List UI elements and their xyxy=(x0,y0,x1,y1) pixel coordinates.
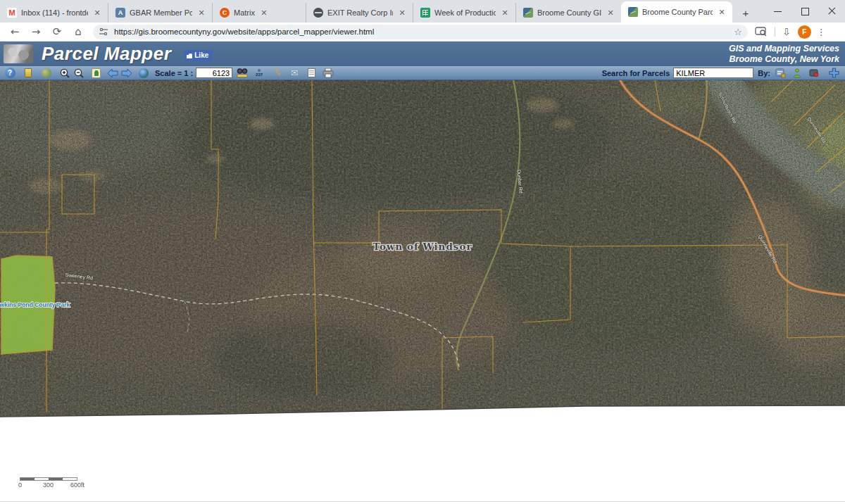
url-text[interactable]: https://gis.broomecountyny.gov/website/a… xyxy=(114,27,730,36)
close-tab-icon[interactable]: ✕ xyxy=(717,7,727,17)
like-label: Like xyxy=(194,51,208,59)
close-tab-icon[interactable]: ✕ xyxy=(259,8,269,18)
address-number-glyph: 237 xyxy=(256,73,263,77)
tab-gbar-portal[interactable]: A GBAR Member Portal ✕ xyxy=(108,3,212,23)
map-nodata-area xyxy=(0,418,845,504)
parcel-search-input[interactable] xyxy=(673,68,753,78)
search-label: Search for Parcels xyxy=(602,69,670,77)
divider xyxy=(775,27,775,37)
binoculars-icon xyxy=(237,68,248,78)
gbar-icon: A xyxy=(115,8,125,18)
help-icon: ? xyxy=(5,68,15,78)
full-extent-button[interactable] xyxy=(39,67,54,80)
scale-label: Scale = 1 : xyxy=(155,69,193,77)
zoom-out-icon xyxy=(73,68,84,79)
tab-broome-parcel-mapper[interactable]: Broome County Parcel Ma ✕ xyxy=(621,1,732,23)
close-tab-icon[interactable]: ✕ xyxy=(397,8,407,18)
aerial-map[interactable]: Town of Windsor Hawkins Pond County Park… xyxy=(0,80,845,418)
print-button[interactable] xyxy=(321,67,335,80)
tab-broome-gis-portal[interactable]: Broome County GIS Portal ✕ xyxy=(515,3,621,23)
envelope-icon: ✉ xyxy=(291,68,299,77)
tab-exit-realty[interactable]: EXIT Realty Corp Internati ✕ xyxy=(306,3,413,23)
draw-button[interactable]: ✎ xyxy=(270,67,284,80)
search-by-address-button[interactable] xyxy=(807,67,821,80)
window-bottom-edge xyxy=(0,501,845,502)
tab-title: Broome County GIS Portal xyxy=(537,8,601,17)
mail-map-button[interactable]: ✉ xyxy=(287,67,301,80)
download-icon[interactable]: ⇩ xyxy=(782,26,791,37)
scale-bar-labels: 0 300 600ft xyxy=(20,481,111,489)
bookmark-star-icon[interactable]: ☆ xyxy=(734,27,742,37)
identify-icon xyxy=(25,68,32,77)
pencil-icon: ✎ xyxy=(273,68,282,78)
zoom-in-icon xyxy=(59,68,70,79)
tab-title: Broome County Parcel Ma xyxy=(642,8,713,16)
previous-extent-button[interactable] xyxy=(106,67,120,80)
arrow-right-icon xyxy=(121,68,132,78)
help-button[interactable]: ? xyxy=(3,67,17,80)
search-by-label: By: xyxy=(758,69,770,77)
broome-county-logo xyxy=(4,44,33,63)
tab-week-of-production[interactable]: Week of Production -7/28 ✕ xyxy=(413,3,515,23)
reload-icon[interactable]: ⟳ xyxy=(51,25,63,38)
tab-title: GBAR Member Portal xyxy=(130,8,192,17)
search-tabs-icon[interactable] xyxy=(755,27,768,37)
tab-matrix[interactable]: C Matrix ✕ xyxy=(212,3,306,23)
search-by-name-button[interactable] xyxy=(773,67,787,80)
page-title: Parcel Mapper xyxy=(42,43,171,65)
org-title: GIS and Mapping Services Broome County, … xyxy=(729,44,839,65)
person-icon xyxy=(793,68,801,78)
pan-button[interactable] xyxy=(89,67,103,80)
tab-title: EXIT Realty Corp Internati xyxy=(327,8,393,17)
address-locator-icon xyxy=(258,69,261,72)
browser-window: M Inbox (114) - frontdesk1@ ✕ A GBAR Mem… xyxy=(0,0,845,504)
identify-button[interactable] xyxy=(21,67,35,80)
close-window-button[interactable] xyxy=(818,0,845,23)
close-tab-icon[interactable]: ✕ xyxy=(92,8,102,18)
address-bar[interactable]: https://gis.broomecountyny.gov/website/a… xyxy=(93,25,748,39)
report-button[interactable] xyxy=(304,67,318,80)
zoom-out-button[interactable] xyxy=(72,67,86,80)
search-by-owner-button[interactable] xyxy=(790,67,804,80)
forward-icon[interactable]: → xyxy=(30,25,42,38)
map-viewport[interactable]: Town of Windsor Hawkins Pond County Park… xyxy=(0,80,845,418)
sheets-icon xyxy=(420,8,430,18)
tab-title: Week of Production -7/28 xyxy=(434,8,496,17)
tab-gmail-inbox[interactable]: M Inbox (114) - frontdesk1@ ✕ xyxy=(0,3,108,23)
tab-title: Inbox (114) - frontdesk1@ xyxy=(21,8,88,17)
map-toolbar: ? xyxy=(0,66,845,80)
site-info-icon[interactable] xyxy=(99,27,108,37)
facebook-like-button[interactable]: Like xyxy=(184,50,213,61)
find-button[interactable] xyxy=(235,67,249,80)
arrow-left-icon xyxy=(107,68,118,78)
app-header: Parcel Mapper Like GIS and Mapping Servi… xyxy=(0,42,845,66)
printer-icon xyxy=(323,68,334,78)
minimize-button[interactable] xyxy=(765,0,791,23)
org-line2: Broome County, New York xyxy=(729,54,839,65)
world-extent-button[interactable] xyxy=(137,67,151,80)
zoom-in-button[interactable] xyxy=(58,67,72,80)
back-icon[interactable]: ← xyxy=(8,25,21,38)
broome-map-icon xyxy=(628,7,638,17)
globe-icon xyxy=(139,68,149,78)
gmail-icon: M xyxy=(7,8,17,18)
home-icon[interactable]: ⌂ xyxy=(72,25,84,38)
scale-mid: 300 xyxy=(43,481,54,489)
next-extent-button[interactable] xyxy=(120,67,134,80)
close-tab-icon[interactable]: ✕ xyxy=(606,8,615,18)
search-by-name-icon xyxy=(775,68,786,78)
close-tab-icon[interactable]: ✕ xyxy=(500,8,510,18)
browser-menu-icon[interactable]: ⋮ xyxy=(817,27,826,37)
maximize-button[interactable] xyxy=(791,0,818,23)
profile-avatar[interactable]: F xyxy=(798,25,811,39)
navigation-bar: ← → ⟳ ⌂ https://gis.broomecountyny.gov/w… xyxy=(0,23,845,42)
map-pin-icon xyxy=(809,68,820,78)
locate-address-button[interactable]: 237 xyxy=(252,67,266,80)
exit-realty-globe-icon xyxy=(313,8,323,18)
town-label: Town of Windsor xyxy=(373,241,472,252)
scale-input[interactable] xyxy=(196,68,232,78)
new-tab-button[interactable]: + xyxy=(737,4,755,23)
add-tool-button[interactable] xyxy=(827,67,841,80)
close-tab-icon[interactable]: ✕ xyxy=(196,8,206,18)
matrix-icon: C xyxy=(220,8,230,18)
